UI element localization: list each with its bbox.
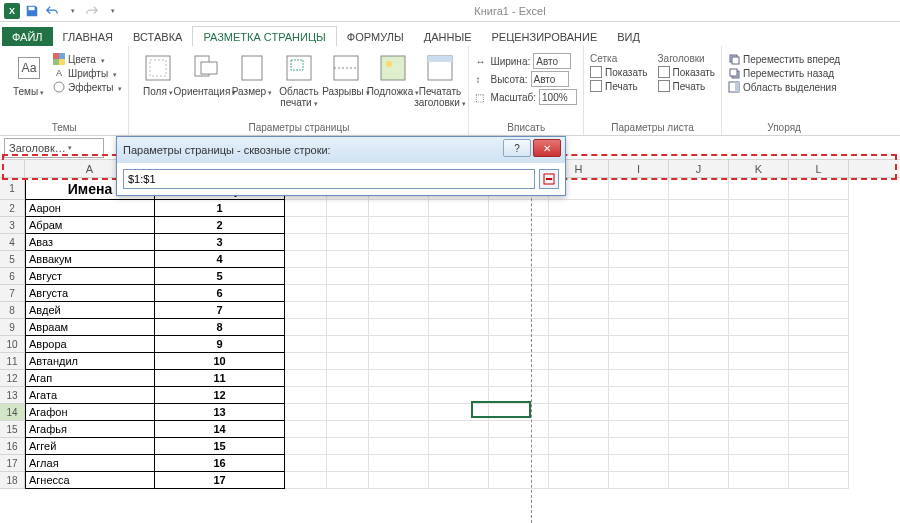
cell[interactable] (669, 178, 729, 200)
row-header[interactable]: 2 (0, 200, 25, 217)
cell[interactable] (285, 438, 327, 455)
cell[interactable]: 8 (155, 319, 285, 336)
cell[interactable] (789, 319, 849, 336)
cell[interactable]: 11 (155, 370, 285, 387)
column-header[interactable]: K (729, 160, 789, 177)
cell[interactable] (429, 251, 489, 268)
send-backward-button[interactable]: Переместить назад (728, 66, 840, 80)
cell[interactable] (489, 319, 549, 336)
cell[interactable] (669, 370, 729, 387)
cell[interactable] (549, 319, 609, 336)
undo-dropdown-icon[interactable] (64, 3, 80, 19)
cell[interactable]: Аввакум (25, 251, 155, 268)
tab-page-layout[interactable]: РАЗМЕТКА СТРАНИЦЫ (192, 26, 336, 46)
cell[interactable] (789, 268, 849, 285)
cell[interactable] (669, 472, 729, 489)
cell[interactable] (369, 319, 429, 336)
cell[interactable] (285, 234, 327, 251)
cell[interactable] (429, 455, 489, 472)
cell[interactable] (369, 234, 429, 251)
cell[interactable] (327, 319, 369, 336)
cell[interactable] (789, 285, 849, 302)
cell[interactable] (327, 234, 369, 251)
cell[interactable] (327, 370, 369, 387)
row-header[interactable]: 16 (0, 438, 25, 455)
row-header[interactable]: 15 (0, 421, 25, 438)
cell[interactable]: Август (25, 268, 155, 285)
cell[interactable] (369, 302, 429, 319)
cell[interactable] (729, 302, 789, 319)
cell[interactable] (327, 251, 369, 268)
cell[interactable] (789, 336, 849, 353)
selection-pane-button[interactable]: Область выделения (728, 80, 840, 94)
cell[interactable] (285, 421, 327, 438)
tab-insert[interactable]: ВСТАВКА (123, 27, 192, 46)
cell[interactable] (549, 251, 609, 268)
cell[interactable] (789, 217, 849, 234)
cell[interactable]: 13 (155, 404, 285, 421)
cell[interactable] (729, 370, 789, 387)
cell[interactable]: Аарон (25, 200, 155, 217)
cell[interactable] (489, 438, 549, 455)
cell[interactable]: Августа (25, 285, 155, 302)
cell[interactable] (369, 421, 429, 438)
cell[interactable] (327, 217, 369, 234)
cell[interactable] (609, 251, 669, 268)
cell[interactable] (429, 302, 489, 319)
cell[interactable] (789, 421, 849, 438)
cell[interactable] (669, 251, 729, 268)
scale-value[interactable]: 100% (539, 89, 577, 105)
cell[interactable] (285, 285, 327, 302)
cell[interactable] (369, 404, 429, 421)
row-header[interactable]: 10 (0, 336, 25, 353)
undo-icon[interactable] (44, 3, 60, 19)
cell[interactable] (489, 404, 549, 421)
cell[interactable] (327, 302, 369, 319)
cell[interactable]: 4 (155, 251, 285, 268)
cell[interactable]: Аврора (25, 336, 155, 353)
cell[interactable]: Агнесса (25, 472, 155, 489)
redo-icon[interactable] (84, 3, 100, 19)
cell[interactable] (429, 336, 489, 353)
cell[interactable] (729, 217, 789, 234)
cell[interactable] (669, 387, 729, 404)
cell[interactable]: 10 (155, 353, 285, 370)
row-header[interactable]: 3 (0, 217, 25, 234)
cell[interactable] (609, 370, 669, 387)
cell[interactable]: Авраам (25, 319, 155, 336)
cell[interactable] (549, 217, 609, 234)
cell[interactable] (549, 234, 609, 251)
cell[interactable]: Агата (25, 387, 155, 404)
cell[interactable] (669, 200, 729, 217)
worksheet-grid[interactable]: ABCDEFGHIJKL 1ИменаНомер2Аарон13Абрам24А… (0, 160, 900, 489)
dialog-title-bar[interactable]: Параметры страницы - сквозные строки: ? … (117, 137, 565, 163)
tab-view[interactable]: ВИД (607, 27, 650, 46)
cell[interactable] (609, 336, 669, 353)
cell[interactable] (429, 438, 489, 455)
cell[interactable] (327, 285, 369, 302)
tab-file[interactable]: ФАЙЛ (2, 27, 53, 46)
cell[interactable] (729, 285, 789, 302)
cell[interactable] (609, 387, 669, 404)
cell[interactable]: 16 (155, 455, 285, 472)
cell[interactable] (789, 200, 849, 217)
tab-data[interactable]: ДАННЫЕ (414, 27, 482, 46)
cell[interactable] (549, 302, 609, 319)
cell[interactable] (369, 251, 429, 268)
cell[interactable] (369, 387, 429, 404)
cell[interactable] (789, 370, 849, 387)
cell[interactable] (669, 353, 729, 370)
cell[interactable] (789, 387, 849, 404)
qat-customize-icon[interactable] (104, 3, 120, 19)
cell[interactable]: Автандил (25, 353, 155, 370)
cell[interactable] (549, 404, 609, 421)
cell[interactable] (369, 370, 429, 387)
cell[interactable] (669, 319, 729, 336)
cell[interactable] (489, 251, 549, 268)
cell[interactable] (789, 438, 849, 455)
save-icon[interactable] (24, 3, 40, 19)
gridlines-show-checkbox[interactable]: Показать (590, 65, 648, 79)
cell[interactable] (489, 387, 549, 404)
effects-button[interactable]: Эффекты (53, 80, 122, 94)
row-header[interactable]: 1 (0, 178, 25, 200)
